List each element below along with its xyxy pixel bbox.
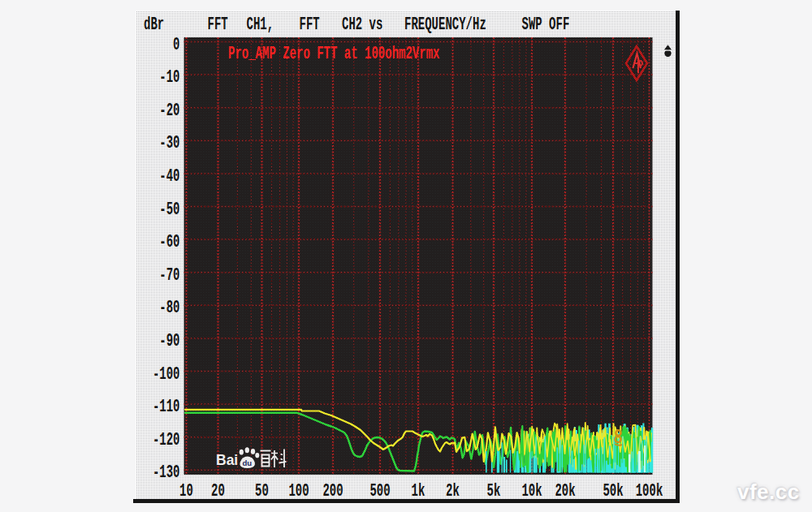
svg-text:du: du (243, 458, 253, 467)
svg-text:Bai: Bai (216, 452, 238, 468)
